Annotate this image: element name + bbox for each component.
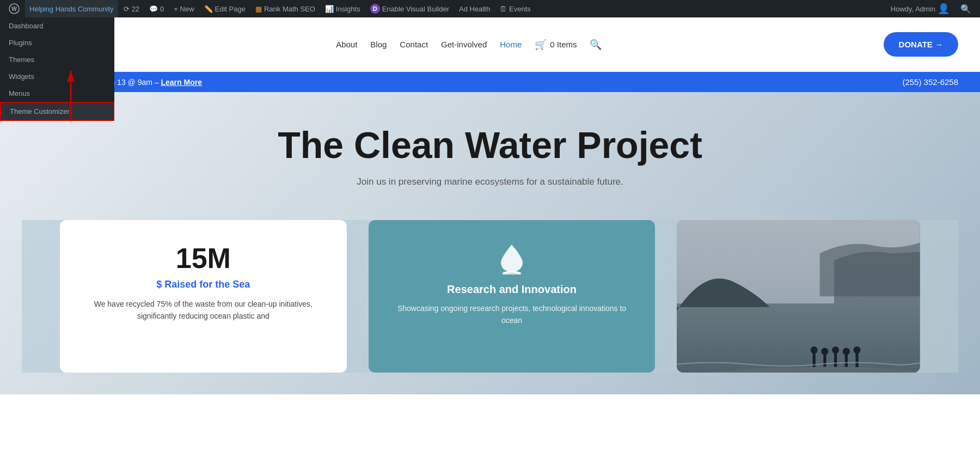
edit-page-label: Edit Page	[215, 5, 246, 13]
nav-get-involved[interactable]: Get-involved	[441, 40, 487, 49]
menu-item-menus-label: Menus	[9, 89, 30, 98]
menu-item-themes[interactable]: Themes	[0, 51, 114, 68]
svg-rect-12	[845, 354, 848, 368]
updates-count: 22	[132, 5, 139, 13]
insights-item[interactable]: 📊 Insights	[321, 0, 365, 17]
card-coastal	[677, 220, 920, 373]
site-name-label: Helping Hands Community	[29, 5, 114, 13]
new-label: + New	[174, 5, 194, 13]
card-research-title: Research and Innovation	[390, 283, 634, 296]
comments-count: 0	[160, 5, 164, 13]
menu-item-themes-label: Themes	[9, 56, 34, 64]
wp-logo-icon: W	[9, 3, 20, 14]
divi-icon: D	[370, 4, 380, 14]
arrow-svg	[49, 71, 93, 136]
new-item[interactable]: + New	[169, 0, 198, 17]
search-nav-icon[interactable]: 🔍	[590, 39, 602, 51]
search-admin-icon: 🔍	[960, 4, 971, 14]
svg-point-13	[843, 348, 850, 355]
nav-about[interactable]: About	[336, 40, 357, 49]
phone-number: (255) 352-6258	[902, 77, 958, 87]
card-text: We have recycled 75% of the waste from o…	[82, 298, 325, 322]
hero-section: The Clean Water Project Join us in prese…	[0, 92, 980, 394]
menu-item-dashboard-label: Dashboard	[9, 22, 44, 30]
svg-point-7	[811, 346, 818, 354]
comments-item[interactable]: 💬 0	[145, 0, 168, 17]
nav-contact[interactable]: Contact	[400, 40, 428, 49]
nav-home[interactable]: Home	[500, 40, 522, 49]
hero-title: The Clean Water Project	[278, 125, 702, 166]
water-drop-icon	[390, 242, 634, 275]
site-header: D About Blog Contact Get-involved Home 🛒…	[0, 17, 980, 72]
card-subtitle: $ Raised for the Sea	[82, 279, 325, 290]
rankmath-item[interactable]: ▦ Rank Math SEO	[251, 0, 320, 17]
site-name-item[interactable]: Helping Hands Community	[25, 0, 118, 17]
card-raised: 15M $ Raised for the Sea We have recycle…	[60, 220, 347, 373]
admin-bar: W Helping Hands Community ⟳ 22 💬 0 + New…	[0, 0, 980, 17]
coastal-scene-svg	[677, 220, 920, 373]
cards-section: 15M $ Raised for the Sea We have recycle…	[22, 220, 958, 373]
menu-item-widgets-label: Widgets	[9, 72, 34, 81]
arrow-annotation	[49, 71, 93, 138]
search-admin-item[interactable]: 🔍	[956, 0, 976, 17]
hero-subtitle: Join us in preserving marine ecosystems …	[357, 176, 623, 187]
cart-area[interactable]: 🛒 0 Items	[535, 39, 577, 51]
admin-bar-right: Howdy, Admin 👤 🔍	[886, 0, 976, 17]
menu-item-plugins[interactable]: Plugins	[0, 34, 114, 51]
svg-text:W: W	[11, 6, 17, 12]
events-item[interactable]: 🗓 Events	[495, 0, 535, 17]
updates-icon: ⟳	[124, 5, 130, 13]
updates-item[interactable]: ⟳ 22	[119, 0, 144, 17]
menu-item-plugins-label: Plugins	[9, 39, 32, 47]
events-icon: 🗓	[500, 5, 507, 13]
menu-item-dashboard[interactable]: Dashboard	[0, 17, 114, 34]
edit-icon: ✏️	[204, 5, 213, 13]
nav-blog[interactable]: Blog	[370, 40, 387, 49]
svg-rect-10	[834, 352, 837, 368]
svg-point-9	[822, 348, 829, 355]
svg-marker-3	[67, 71, 75, 82]
site-nav: About Blog Contact Get-involved Home 🛒 0…	[336, 39, 602, 51]
card-number: 15M	[82, 242, 325, 275]
svg-rect-8	[824, 354, 826, 368]
divi-item[interactable]: D Enable Visual Builder	[366, 0, 454, 17]
insights-chart-icon: 📊	[325, 5, 334, 13]
announcement-link[interactable]: Learn More	[161, 78, 201, 87]
donate-button[interactable]: DONATE →	[884, 32, 958, 57]
svg-rect-6	[813, 352, 816, 368]
announcement-bar: Beach Cleanup Day: March 13 @ 9am – Lear…	[0, 72, 980, 92]
howdy-item[interactable]: Howdy, Admin 👤	[886, 0, 954, 17]
card-research-text: Showcasing ongoing research projects, te…	[390, 302, 634, 327]
cart-items-label: 0 Items	[550, 40, 577, 49]
insights-label: Insights	[336, 5, 360, 13]
rankmath-icon: ▦	[255, 5, 262, 13]
cart-icon: 🛒	[535, 39, 547, 51]
avatar-icon: 👤	[938, 3, 950, 15]
events-label: Events	[509, 5, 531, 13]
svg-point-11	[832, 346, 839, 354]
ad-health-item[interactable]: Ad Health	[455, 0, 494, 17]
wp-logo-item[interactable]: W	[4, 0, 24, 17]
ad-health-label: Ad Health	[459, 5, 490, 13]
rankmath-label: Rank Math SEO	[264, 5, 315, 13]
howdy-label: Howdy, Admin	[891, 5, 935, 13]
svg-rect-14	[856, 352, 859, 368]
comments-icon: 💬	[149, 5, 158, 13]
svg-point-15	[854, 346, 861, 354]
card-research: Research and Innovation Showcasing ongoi…	[369, 220, 656, 373]
divi-label: Enable Visual Builder	[382, 5, 449, 13]
donate-label: DONATE →	[899, 40, 943, 49]
edit-page-item[interactable]: ✏️ Edit Page	[200, 0, 250, 17]
